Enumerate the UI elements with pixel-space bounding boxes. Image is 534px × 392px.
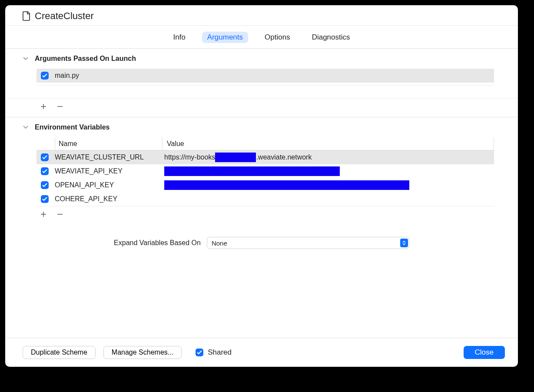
env-checkbox[interactable] <box>41 167 49 175</box>
select-arrows-icon <box>400 239 408 247</box>
scheme-title: CreateCluster <box>35 10 94 22</box>
expand-variables-select[interactable]: None <box>207 237 409 249</box>
env-checkbox[interactable] <box>41 181 49 189</box>
env-value: https://my-books.weaviate.network <box>164 153 490 162</box>
env-add-remove: + − <box>36 206 494 225</box>
argument-checkbox[interactable] <box>41 72 49 80</box>
section-title-arguments: Arguments Passed On Launch <box>35 55 136 63</box>
section-header-env[interactable]: Environment Variables <box>5 117 518 137</box>
remove-env-button[interactable]: − <box>56 209 64 219</box>
env-name: OPENAI_API_KEY <box>55 181 158 189</box>
arguments-add-remove: + − <box>5 98 518 117</box>
content-area: Arguments Passed On Launch main.py + − <box>5 48 518 338</box>
section-title-env: Environment Variables <box>35 123 110 131</box>
remove-argument-button[interactable]: − <box>56 101 64 112</box>
close-button[interactable]: Close <box>464 346 505 359</box>
tab-arguments[interactable]: Arguments <box>202 32 248 43</box>
tab-diagnostics[interactable]: Diagnostics <box>307 32 355 43</box>
redacted-block <box>164 180 409 190</box>
env-value-suffix: .weaviate.network <box>256 153 312 161</box>
redacted-block <box>215 153 256 162</box>
argument-text: main.py <box>55 72 79 80</box>
header-bar: CreateCluster <box>5 5 518 26</box>
section-arguments: Arguments Passed On Launch main.py + − <box>5 48 518 117</box>
section-header-arguments[interactable]: Arguments Passed On Launch <box>5 49 518 69</box>
file-icon <box>23 11 30 21</box>
env-column-header: Name Value <box>36 137 494 150</box>
duplicate-scheme-button[interactable]: Duplicate Scheme <box>23 346 96 359</box>
footer-bar: Duplicate Scheme Manage Schemes... Share… <box>5 338 518 367</box>
env-value <box>164 180 490 190</box>
argument-empty-row <box>36 85 494 98</box>
expand-variables-row: Expand Variables Based On None <box>5 225 518 258</box>
chevron-down-icon <box>23 57 29 60</box>
tab-options[interactable]: Options <box>259 32 295 43</box>
env-column-value: Value <box>163 137 494 150</box>
scheme-editor-window: CreateCluster Info Arguments Options Dia… <box>5 5 518 367</box>
env-checkbox[interactable] <box>41 195 49 203</box>
env-row[interactable]: WEAVIATE_API_KEY <box>36 164 494 178</box>
env-name: WEAVIATE_CLUSTER_URL <box>55 153 158 161</box>
expand-variables-label: Expand Variables Based On <box>114 239 201 247</box>
add-argument-button[interactable]: + <box>39 101 48 112</box>
env-checkbox[interactable] <box>41 153 49 161</box>
redacted-block <box>164 166 340 176</box>
argument-row[interactable]: main.py <box>36 69 494 83</box>
manage-schemes-button[interactable]: Manage Schemes... <box>103 346 182 359</box>
env-row[interactable]: COHERE_API_KEY <box>36 192 494 206</box>
env-column-name: Name <box>55 137 163 150</box>
shared-checkbox[interactable] <box>196 349 203 356</box>
chevron-down-icon <box>23 126 29 129</box>
env-row[interactable]: OPENAI_API_KEY <box>36 178 494 192</box>
add-env-button[interactable]: + <box>39 209 48 219</box>
shared-label: Shared <box>208 348 232 357</box>
shared-checkbox-wrap[interactable]: Shared <box>196 348 232 357</box>
tab-bar: Info Arguments Options Diagnostics <box>5 26 518 48</box>
env-value-prefix: https://my-books <box>164 153 215 161</box>
env-name: WEAVIATE_API_KEY <box>55 167 158 175</box>
expand-variables-value: None <box>212 239 227 247</box>
env-value <box>164 166 490 176</box>
section-env: Environment Variables Name Value WEAVIAT… <box>5 117 518 225</box>
tab-info[interactable]: Info <box>168 32 190 43</box>
env-name: COHERE_API_KEY <box>55 195 158 203</box>
env-row[interactable]: WEAVIATE_CLUSTER_URL https://my-books.we… <box>36 150 494 164</box>
